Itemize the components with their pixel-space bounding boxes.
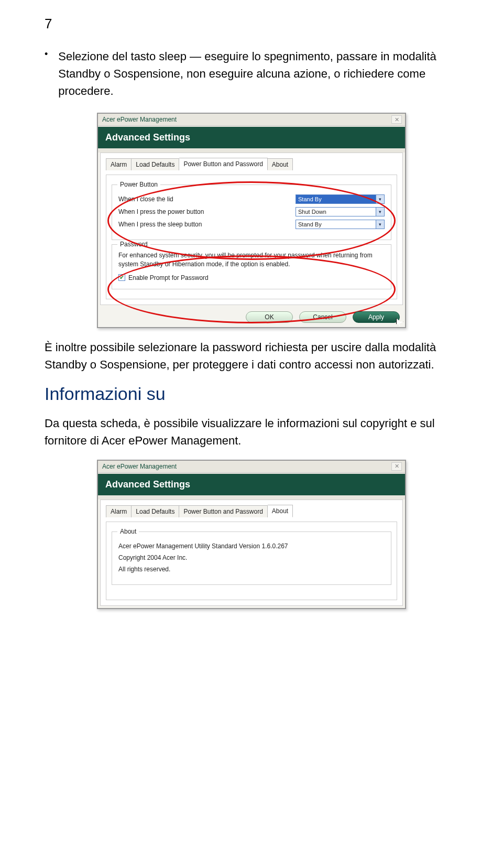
dialog-header: Advanced Settings [98, 126, 405, 153]
dialog-button-row: OK Cancel Apply [98, 307, 405, 327]
combo-power-button[interactable]: Shut Down ▾ [296, 207, 385, 216]
checkbox-label: Enable Prompt for Password [128, 274, 209, 281]
about-line-copyright: Copyright 2004 Acer Inc. [118, 554, 385, 561]
dialog-advanced-settings-1: Acer ePower Management ✕ Advanced Settin… [97, 113, 406, 328]
tabstrip: Alarm Load Defaults Power Button and Pas… [106, 153, 397, 170]
cancel-button[interactable]: Cancel [299, 311, 346, 323]
tab-alarm[interactable]: Alarm [106, 158, 132, 170]
row-close-lid: When I close the lid Stand By ▾ [118, 194, 385, 204]
dialog-titlebar: Acer ePower Management ✕ [98, 114, 405, 126]
bullet-text: Selezione del tasto sleep — eseguire lo … [58, 48, 458, 100]
tab-content: Power Button When I close the lid Stand … [106, 175, 397, 299]
close-icon[interactable]: ✕ [391, 462, 402, 471]
label-power-button: When I press the power button [118, 208, 296, 215]
group-about: About Acer ePower Management Utility Sta… [112, 531, 391, 585]
checkbox-icon: ✔ [118, 274, 125, 281]
group-title: About [117, 528, 139, 535]
dialog-advanced-settings-2: Acer ePower Management ✕ Advanced Settin… [97, 460, 406, 609]
row-power-button: When I press the power button Shut Down … [118, 207, 385, 216]
tab-power-button[interactable]: Power Button and Password [179, 158, 267, 170]
group-power-button: Power Button When I close the lid Stand … [112, 185, 391, 240]
dialog-titlebar: Acer ePower Management ✕ [98, 461, 405, 473]
tab-load-defaults[interactable]: Load Defaults [132, 505, 179, 517]
page-number: 7 [45, 16, 458, 32]
combo-value: Stand By [298, 196, 322, 202]
close-icon[interactable]: ✕ [391, 115, 402, 124]
ok-button[interactable]: OK [246, 311, 293, 323]
tabstrip: Alarm Load Defaults Power Button and Pas… [106, 500, 397, 517]
chevron-down-icon: ▾ [376, 220, 384, 229]
tab-alarm[interactable]: Alarm [106, 505, 132, 517]
bullet-dot-icon: • [45, 48, 48, 100]
combo-value: Shut Down [298, 209, 326, 215]
row-sleep-button: When I press the sleep button Stand By ▾ [118, 220, 385, 229]
paragraph-password-info: È inoltre possibile selezionare la passw… [45, 339, 458, 373]
dialog-title: Acer ePower Management [102, 463, 177, 470]
tab-about[interactable]: About [268, 505, 293, 517]
combo-sleep-button[interactable]: Stand By ▾ [296, 220, 385, 229]
apply-button[interactable]: Apply [353, 311, 400, 323]
about-line-rights: All rights reserved. [118, 566, 385, 573]
paragraph-about-info: Da questa scheda, è possibile visualizza… [45, 415, 458, 449]
tab-load-defaults[interactable]: Load Defaults [132, 158, 179, 170]
dialog-header: Advanced Settings [98, 473, 405, 500]
tab-content: About Acer ePower Management Utility Sta… [106, 522, 397, 600]
heading-informazioni: Informazioni su [45, 384, 458, 404]
tab-power-button[interactable]: Power Button and Password [179, 505, 267, 517]
dialog-body: Alarm Load Defaults Power Button and Pas… [100, 500, 403, 606]
tab-about[interactable]: About [268, 158, 293, 170]
about-line-version: Acer ePower Management Utility Standard … [118, 542, 385, 550]
chevron-down-icon: ▾ [376, 208, 384, 216]
chevron-down-icon: ▾ [376, 195, 384, 203]
group-title: Password [117, 241, 150, 248]
group-title: Power Button [117, 181, 160, 188]
dialog-title: Acer ePower Management [102, 116, 177, 123]
password-desc: For enhanced system security, you will b… [118, 251, 385, 269]
combo-close-lid[interactable]: Stand By ▾ [296, 194, 385, 204]
checkbox-enable-prompt[interactable]: ✔ Enable Prompt for Password [118, 274, 385, 281]
combo-value: Stand By [298, 221, 322, 227]
dialog-body: Alarm Load Defaults Power Button and Pas… [100, 153, 403, 305]
label-sleep-button: When I press the sleep button [118, 221, 296, 228]
group-password: Password For enhanced system security, y… [112, 244, 391, 289]
bullet-item: • Selezione del tasto sleep — eseguire l… [45, 48, 458, 100]
label-close-lid: When I close the lid [118, 196, 296, 203]
highlighted-area: Power Button When I close the lid Stand … [111, 185, 392, 289]
